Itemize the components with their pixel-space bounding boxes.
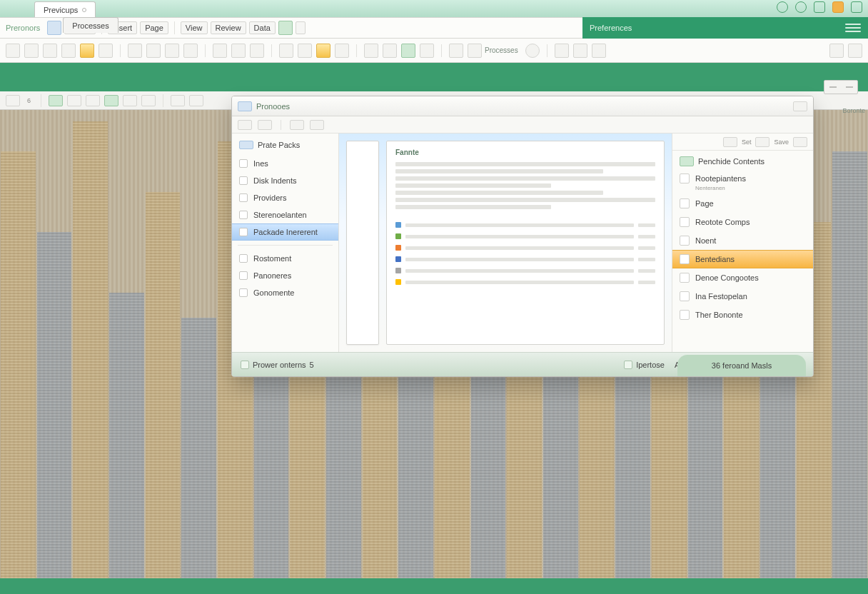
view2-icon[interactable] [189,95,203,106]
clock-icon[interactable] [795,1,807,13]
dialog-taskpane: Set Save Penchide Contents Rootepiantens… [672,134,813,352]
up-icon[interactable] [104,95,118,106]
doc-icon[interactable] [99,44,113,58]
folder-icon[interactable] [80,44,94,58]
leaf-icon[interactable] [278,21,293,35]
ribbon-chip[interactable]: Page [140,21,168,34]
grid2-icon[interactable] [335,44,349,58]
globe-icon[interactable] [777,1,788,13]
export-icon[interactable] [401,44,415,58]
nav-item[interactable]: Gonomente [232,284,338,301]
zoom-icon[interactable] [449,44,463,58]
sparkle-icon[interactable] [43,44,57,58]
play-icon[interactable] [47,21,61,35]
text-line [395,191,603,195]
ab-icon[interactable] [279,44,293,58]
nav-item[interactable]: Providers [232,189,338,206]
page2-icon[interactable] [420,44,434,58]
book-icon[interactable] [67,95,81,106]
ribbon-chip[interactable]: Review [211,21,246,34]
tab-previcups[interactable]: Previcups [34,1,96,17]
ribbon-toolbar: Processes [0,39,868,63]
monitor-icon[interactable] [213,44,227,58]
document-preview: Fannte [386,141,665,345]
list-icon[interactable] [128,44,142,58]
table-icon[interactable] [383,44,397,58]
hamburger2-icon[interactable] [848,44,862,58]
shapes-icon[interactable] [316,44,330,58]
grid-icon[interactable] [814,1,825,13]
box4-icon[interactable] [723,137,737,147]
chart-icon[interactable] [364,44,378,58]
taskpane-item[interactable]: Ther Bononte [672,306,813,324]
paste-icon[interactable] [165,44,179,58]
sun-icon[interactable] [24,44,39,58]
taskpane-item[interactable]: Noent [672,231,813,250]
tree-icon[interactable] [49,95,63,106]
dialog-titlebar[interactable]: Pronooes [232,96,813,116]
taskpane-item[interactable]: Page [672,194,813,213]
nav-item[interactable]: Packade Inererent [232,223,338,241]
text-line [395,176,655,181]
page-icon[interactable] [61,44,76,58]
window-icon[interactable] [6,44,20,58]
nav-item[interactable]: Disk Indents [232,172,338,189]
ribbon-chip[interactable]: View [181,21,208,34]
nav-up-icon[interactable] [290,120,304,130]
down-icon[interactable] [123,95,137,106]
screens-icon[interactable] [231,44,246,58]
nav-item-icon [239,254,248,263]
taskpane-item[interactable]: Ina Festopelan [672,287,813,306]
preview-row [395,256,655,262]
open-icon[interactable] [258,120,272,130]
taskpane-item[interactable]: Reotote Comps [672,213,813,231]
nav-item-label: Ines [253,159,268,168]
gear-icon[interactable] [793,137,807,147]
view-icon[interactable] [171,95,185,106]
nav-item[interactable]: Ines [232,155,338,172]
page-thumbnail[interactable] [346,141,379,345]
wrench-icon[interactable] [592,44,606,58]
panel2-icon[interactable] [6,95,20,106]
text-line [395,205,551,209]
tab-processes[interactable]: Processes [63,17,118,33]
copy-icon[interactable] [146,44,161,58]
min-icon[interactable] [829,44,844,58]
box5-icon[interactable] [755,137,769,147]
box-icon[interactable] [851,1,862,13]
new-icon[interactable] [238,120,252,130]
nav-item[interactable]: Panoneres [232,267,338,284]
dialog-nav: Prate Packs InesDisk IndentsProvidersSte… [232,134,339,352]
close-icon[interactable] [82,8,86,12]
status-right-tab[interactable]: 36 feroand Masls [677,355,806,376]
box3-icon[interactable] [573,44,587,58]
panel-icon[interactable] [250,44,264,58]
hamburger-icon[interactable] [845,20,861,36]
cut-icon[interactable] [183,44,198,58]
nav-item-icon [239,176,248,185]
taskpane-item[interactable]: Bentedians [672,250,813,268]
fit-icon[interactable] [468,44,482,58]
preview-row [395,268,655,273]
nav-item[interactable]: Rostoment [232,250,338,267]
preview-row [395,279,655,285]
sheet-icon[interactable] [141,95,156,106]
note-icon[interactable] [832,1,844,13]
nav-item-icon [239,159,248,168]
ribbon-chip[interactable]: Data [249,21,276,34]
taskpane-item[interactable]: Denoe Congootes [672,268,813,287]
set-label: Set [742,139,752,146]
taskpane-item-label: Reotote Comps [695,218,750,226]
box2-icon[interactable] [555,44,569,58]
nav-separator [238,245,333,246]
mini-window-controls[interactable] [824,80,858,94]
help-icon[interactable] [793,101,807,111]
tab-label: Processes [72,21,108,30]
separator [547,44,547,57]
refresh-icon[interactable] [310,120,324,130]
align-icon[interactable] [298,44,312,58]
stack-icon[interactable] [86,95,100,106]
nav-item[interactable]: Sterenoelanten [232,206,338,223]
ribbon-chip[interactable] [296,21,306,34]
circle-icon[interactable] [525,44,540,58]
